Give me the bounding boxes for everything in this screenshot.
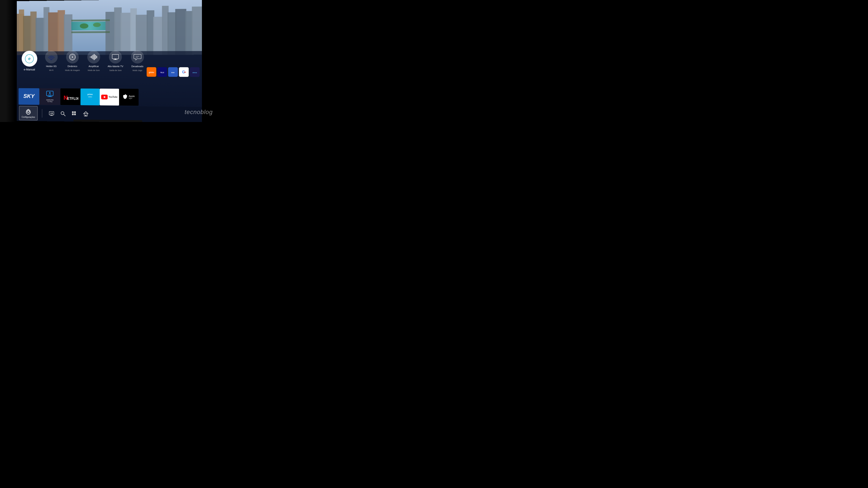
home-button[interactable]: [82, 110, 90, 118]
bottom-nav-bar: Configurações: [17, 105, 202, 122]
youtube-app-tile[interactable]: YouTube: [100, 89, 119, 106]
svg-rect-39: [92, 55, 93, 59]
svg-point-33: [72, 54, 73, 55]
appletv-app-tile[interactable]: Apple TV+: [119, 89, 138, 106]
svg-rect-16: [147, 10, 154, 55]
alexa-app[interactable]: alexa: [190, 67, 200, 77]
internet-app[interactable]: Inter: [168, 67, 178, 77]
dynamic-label: Dinâmico: [68, 65, 77, 68]
svg-rect-11: [105, 12, 115, 55]
configuracoes-label: Configurações: [22, 116, 35, 118]
emanual-item[interactable]: e e-Manual: [21, 51, 38, 71]
globoplay-app[interactable]: globo: [147, 67, 156, 76]
wifi-label: Helder-5G: [46, 65, 57, 68]
city-background: [17, 0, 202, 55]
svg-text:Inter: Inter: [172, 72, 175, 73]
amplificar-sublabel: Modo de Som: [88, 69, 100, 71]
tv-screen: e e-Manual Helder-5G Wi-Fi: [17, 0, 202, 122]
svg-rect-52: [184, 72, 186, 72]
svg-rect-42: [96, 56, 97, 58]
svg-rect-43: [112, 55, 119, 59]
game-mode-icon-circle: [131, 51, 144, 63]
svg-line-73: [63, 114, 65, 116]
svg-rect-41: [95, 55, 96, 59]
game-mode-label: Desativado: [131, 65, 143, 68]
tv-speaker-sublabel: Saída de Som: [110, 69, 122, 71]
svg-point-35: [69, 57, 70, 58]
wifi-sublabel: Wi-Fi: [49, 69, 53, 71]
svg-rect-21: [185, 11, 193, 55]
prime-video-tile[interactable]: prime video: [81, 89, 100, 105]
svg-rect-38: [91, 56, 92, 58]
svg-point-34: [72, 60, 73, 61]
svg-rect-40: [94, 54, 94, 60]
svg-rect-7: [48, 12, 59, 55]
watermark: tecnoblog: [185, 109, 213, 116]
svg-rect-75: [74, 111, 76, 113]
dynamic-item[interactable]: Dinâmico Modo de Imagem: [65, 51, 80, 71]
small-apps-row: globo TELE Inter G: [147, 67, 199, 77]
dynamic-sublabel: Modo de Imagem: [65, 69, 80, 71]
tv-speaker-label: Alto-falante TV: [107, 65, 123, 68]
amplificar-icon-circle: [87, 51, 100, 63]
configuracoes-button[interactable]: Configurações: [19, 106, 38, 121]
netflix-app-tile[interactable]: N ETFLIX: [60, 89, 80, 105]
svg-rect-79: [85, 115, 87, 116]
svg-text:e: e: [28, 56, 31, 61]
main-apps-row: SKY SAMSUNGTV Plus: [17, 87, 202, 107]
apps-button[interactable]: [71, 110, 78, 118]
svg-rect-8: [58, 10, 65, 55]
svg-point-29: [51, 60, 52, 60]
samsung-tv-plus-tile[interactable]: SAMSUNGTV Plus: [39, 88, 61, 105]
svg-marker-69: [51, 112, 52, 114]
source-button[interactable]: [48, 109, 55, 117]
search-button[interactable]: [59, 110, 67, 118]
nav-divider: [42, 109, 42, 118]
svg-point-58: [49, 92, 51, 93]
svg-text:SKY: SKY: [24, 93, 35, 99]
game-mode-item[interactable]: Desativado Modo Jogo: [130, 51, 145, 71]
tv-speaker-icon-circle: [109, 51, 122, 63]
svg-rect-37: [90, 57, 91, 58]
svg-point-32: [71, 56, 73, 58]
svg-rect-20: [175, 9, 186, 55]
emanual-label: e-Manual: [24, 68, 35, 71]
svg-point-65: [27, 110, 30, 113]
telecine-app[interactable]: TELE: [157, 67, 167, 77]
game-mode-sublabel: Modo Jogo: [133, 69, 142, 71]
svg-text:alexa: alexa: [192, 72, 197, 73]
sky-app-tile[interactable]: SKY: [19, 88, 39, 104]
svg-rect-77: [74, 113, 76, 115]
svg-rect-24: [71, 31, 110, 33]
svg-rect-22: [192, 6, 202, 55]
ok-google-app[interactable]: G: [179, 67, 189, 77]
svg-rect-10: [71, 22, 110, 30]
wifi-icon-circle: [45, 51, 58, 63]
svg-rect-12: [114, 7, 122, 55]
svg-rect-76: [72, 113, 73, 115]
left-edge: [0, 0, 15, 122]
tv-speaker-item[interactable]: Alto-falante TV Saída de Som: [107, 51, 123, 71]
dynamic-icon-circle: [66, 51, 79, 64]
svg-rect-23: [71, 19, 110, 21]
tv-frame: e e-Manual Helder-5G Wi-Fi: [0, 0, 217, 122]
youtube-label: YouTube: [108, 96, 117, 98]
svg-rect-74: [72, 111, 73, 113]
amplificar-item[interactable]: Amplificar Modo de Som: [86, 51, 101, 71]
right-edge: [202, 0, 217, 122]
emanual-circle: e: [22, 51, 37, 67]
svg-text:globo: globo: [149, 71, 154, 73]
amplificar-label: Amplificar: [89, 65, 99, 68]
svg-point-36: [75, 57, 76, 58]
svg-text:TELE: TELE: [160, 72, 164, 73]
svg-text:ETFLIX: ETFLIX: [67, 97, 79, 100]
wifi-item[interactable]: Helder-5G Wi-Fi: [44, 51, 59, 71]
